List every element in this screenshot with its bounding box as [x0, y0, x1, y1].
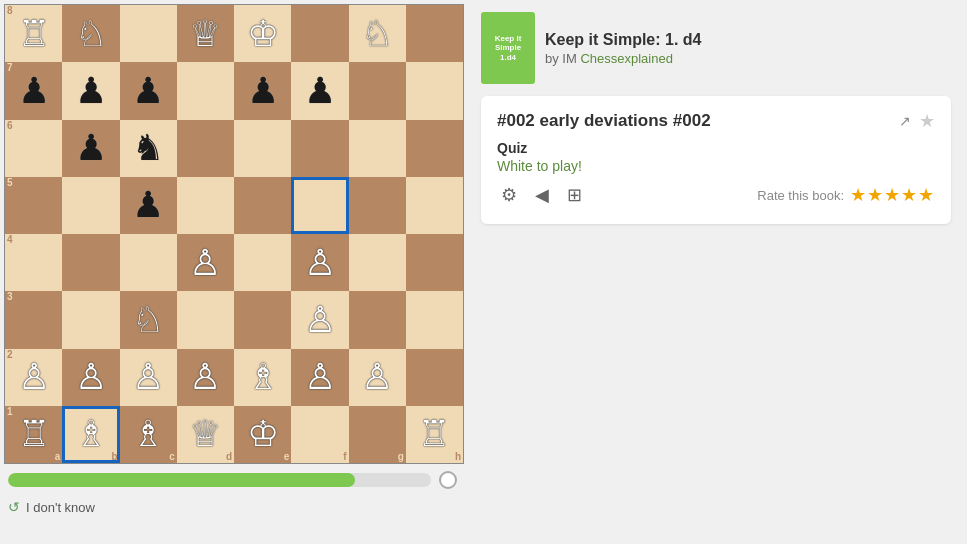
- square-a2[interactable]: 2♙: [5, 349, 62, 406]
- square-b1[interactable]: b♗: [62, 406, 119, 463]
- square-h3[interactable]: [406, 291, 463, 348]
- square-a5[interactable]: 5: [5, 177, 62, 234]
- piece-a8[interactable]: ♖: [18, 16, 50, 52]
- square-g3[interactable]: [349, 291, 406, 348]
- square-e1[interactable]: e♔: [234, 406, 291, 463]
- square-h1[interactable]: h♖: [406, 406, 463, 463]
- square-b2[interactable]: ♙: [62, 349, 119, 406]
- piece-c7[interactable]: ♟: [132, 73, 164, 109]
- square-h4[interactable]: [406, 234, 463, 291]
- piece-g2[interactable]: ♙: [361, 359, 393, 395]
- square-f4[interactable]: ♙: [291, 234, 348, 291]
- square-g1[interactable]: g: [349, 406, 406, 463]
- square-d5[interactable]: [177, 177, 234, 234]
- square-d7[interactable]: [177, 62, 234, 119]
- square-c1[interactable]: c♗: [120, 406, 177, 463]
- piece-g8[interactable]: ♘: [361, 16, 393, 52]
- square-h7[interactable]: [406, 62, 463, 119]
- square-h2[interactable]: [406, 349, 463, 406]
- square-b3[interactable]: [62, 291, 119, 348]
- square-h8[interactable]: [406, 5, 463, 62]
- author-link[interactable]: Chessexplained: [580, 51, 673, 66]
- piece-e8[interactable]: ♔: [247, 16, 279, 52]
- square-a8[interactable]: 8♖: [5, 5, 62, 62]
- square-c5[interactable]: ♟: [120, 177, 177, 234]
- sound-button[interactable]: ◀: [531, 180, 553, 210]
- piece-b1[interactable]: ♗: [75, 416, 107, 452]
- piece-d1[interactable]: ♕: [189, 416, 221, 452]
- rating-stars[interactable]: ★★★★★: [850, 184, 935, 206]
- square-e7[interactable]: ♟: [234, 62, 291, 119]
- piece-c6[interactable]: ♞: [132, 130, 164, 166]
- square-f6[interactable]: [291, 120, 348, 177]
- square-b8[interactable]: ♘: [62, 5, 119, 62]
- piece-a1[interactable]: ♖: [18, 416, 50, 452]
- refresh-icon[interactable]: ↺: [8, 499, 20, 515]
- square-c8[interactable]: [120, 5, 177, 62]
- piece-d2[interactable]: ♙: [189, 359, 221, 395]
- piece-b2[interactable]: ♙: [75, 359, 107, 395]
- piece-f7[interactable]: ♟: [304, 73, 336, 109]
- square-e6[interactable]: [234, 120, 291, 177]
- piece-c3[interactable]: ♘: [132, 302, 164, 338]
- square-f2[interactable]: ♙: [291, 349, 348, 406]
- piece-b8[interactable]: ♘: [75, 16, 107, 52]
- piece-f2[interactable]: ♙: [304, 359, 336, 395]
- square-b4[interactable]: [62, 234, 119, 291]
- square-d1[interactable]: d♕: [177, 406, 234, 463]
- piece-a7[interactable]: ♟: [18, 73, 50, 109]
- square-e2[interactable]: ♗: [234, 349, 291, 406]
- square-b5[interactable]: [62, 177, 119, 234]
- square-e5[interactable]: [234, 177, 291, 234]
- square-c2[interactable]: ♙: [120, 349, 177, 406]
- piece-c2[interactable]: ♙: [132, 359, 164, 395]
- square-d3[interactable]: [177, 291, 234, 348]
- piece-d4[interactable]: ♙: [189, 245, 221, 281]
- square-c3[interactable]: ♘: [120, 291, 177, 348]
- square-e8[interactable]: ♔: [234, 5, 291, 62]
- square-f1[interactable]: f: [291, 406, 348, 463]
- piece-c5[interactable]: ♟: [132, 187, 164, 223]
- settings-button[interactable]: ⚙: [497, 180, 521, 210]
- piece-a2[interactable]: ♙: [18, 359, 50, 395]
- external-link-icon[interactable]: ↗: [899, 113, 911, 129]
- square-a3[interactable]: 3: [5, 291, 62, 348]
- piece-b7[interactable]: ♟: [75, 73, 107, 109]
- square-f7[interactable]: ♟: [291, 62, 348, 119]
- square-f8[interactable]: [291, 5, 348, 62]
- square-h5[interactable]: [406, 177, 463, 234]
- bookmark-icon[interactable]: ★: [919, 110, 935, 132]
- piece-b6[interactable]: ♟: [75, 130, 107, 166]
- square-a7[interactable]: 7♟: [5, 62, 62, 119]
- square-f5[interactable]: [291, 177, 348, 234]
- square-d2[interactable]: ♙: [177, 349, 234, 406]
- square-e3[interactable]: [234, 291, 291, 348]
- square-g6[interactable]: [349, 120, 406, 177]
- square-c7[interactable]: ♟: [120, 62, 177, 119]
- piece-f3[interactable]: ♙: [304, 302, 336, 338]
- square-e4[interactable]: [234, 234, 291, 291]
- square-b6[interactable]: ♟: [62, 120, 119, 177]
- square-a4[interactable]: 4: [5, 234, 62, 291]
- board-settings-button[interactable]: ⊞: [563, 180, 586, 210]
- square-d6[interactable]: [177, 120, 234, 177]
- square-g8[interactable]: ♘: [349, 5, 406, 62]
- square-h6[interactable]: [406, 120, 463, 177]
- square-f3[interactable]: ♙: [291, 291, 348, 348]
- square-g7[interactable]: [349, 62, 406, 119]
- piece-d8[interactable]: ♕: [189, 16, 221, 52]
- piece-e1[interactable]: ♔: [247, 416, 279, 452]
- piece-h1[interactable]: ♖: [418, 416, 450, 452]
- square-c4[interactable]: [120, 234, 177, 291]
- square-a1[interactable]: 1a♖: [5, 406, 62, 463]
- square-d8[interactable]: ♕: [177, 5, 234, 62]
- piece-e2[interactable]: ♗: [247, 359, 279, 395]
- square-g4[interactable]: [349, 234, 406, 291]
- piece-f4[interactable]: ♙: [304, 245, 336, 281]
- square-c6[interactable]: ♞: [120, 120, 177, 177]
- piece-e7[interactable]: ♟: [247, 73, 279, 109]
- dont-know-link[interactable]: I don't know: [26, 500, 95, 515]
- square-b7[interactable]: ♟: [62, 62, 119, 119]
- square-g2[interactable]: ♙: [349, 349, 406, 406]
- square-g5[interactable]: [349, 177, 406, 234]
